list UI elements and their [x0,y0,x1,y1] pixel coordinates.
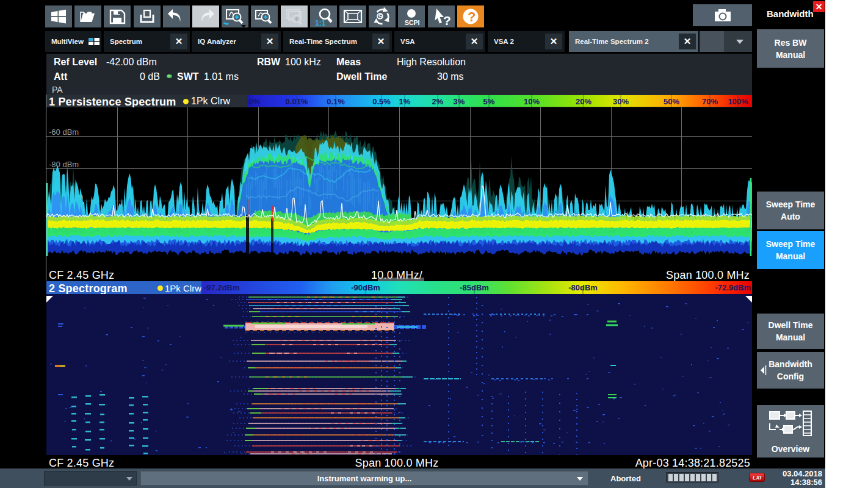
svg-text:50%: 50% [664,97,679,106]
svg-text:1%: 1% [399,97,411,106]
svg-text:0.01%: 0.01% [286,97,308,106]
svg-text:0%: 0% [249,97,261,106]
svg-text:-97.2dBm: -97.2dBm [204,283,240,292]
svg-text:-80dBm: -80dBm [568,283,598,292]
svg-text:?: ? [468,9,476,24]
svg-text:70%: 70% [702,97,718,106]
svg-text:2%: 2% [432,97,444,106]
svg-text:3%: 3% [454,97,465,106]
svg-text:1:1: 1:1 [315,19,326,27]
svg-text:-80 dBm: -80 dBm [49,160,79,169]
svg-text:-90dBm: -90dBm [351,283,380,292]
svg-text:30%: 30% [613,97,629,106]
svg-text:S: S [378,13,383,20]
svg-text:20%: 20% [576,97,591,106]
svg-text:SCPI: SCPI [405,19,420,26]
svg-text:-60 dBm: -60 dBm [49,127,79,137]
svg-text:10%: 10% [524,97,540,106]
svg-text:?: ? [443,13,451,27]
svg-text:100%: 100% [728,97,748,106]
svg-text:-72.9dBm: -72.9dBm [715,283,751,292]
svg-text:0.1%: 0.1% [327,97,345,106]
svg-text:0.5%: 0.5% [372,97,391,106]
svg-text:5%: 5% [483,97,495,106]
svg-text:-85dBm: -85dBm [460,283,489,292]
